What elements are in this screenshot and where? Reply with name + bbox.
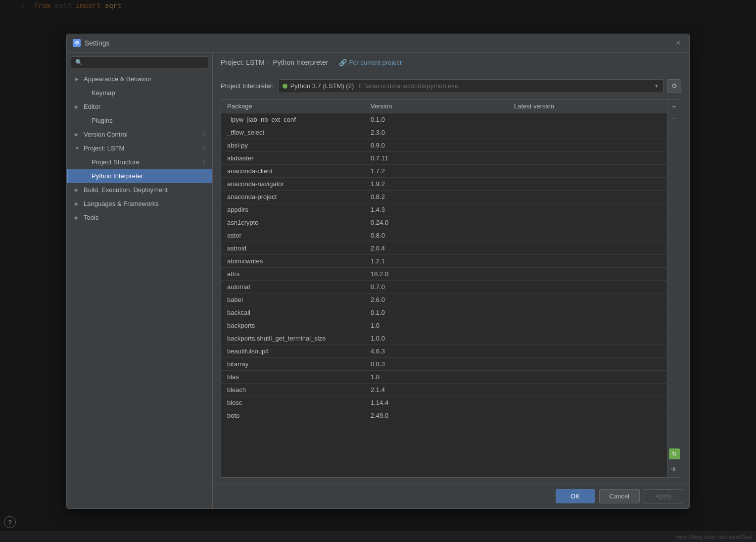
table-row[interactable]: anaconda-navigator 1.9.2 <box>221 178 681 191</box>
table-row[interactable]: babel 2.6.0 <box>221 294 681 306</box>
table-row[interactable]: attrs 18.2.0 <box>221 268 681 281</box>
interpreter-select-dropdown[interactable]: Python 3.7 (LSTM) (2) E:\anaconda\anacon… <box>278 79 663 93</box>
package-version-cell: 4.6.3 <box>365 345 508 357</box>
table-header: Package Version Latest version <box>221 99 681 113</box>
arrow-icon: ▶ <box>75 201 83 206</box>
sidebar-item-project-structure[interactable]: Project Structure ⎘ <box>67 155 212 169</box>
package-latest-cell <box>508 345 681 357</box>
table-row[interactable]: automat 0.7.0 <box>221 281 681 294</box>
package-latest-cell <box>508 178 681 190</box>
table-row[interactable]: atomicwrites 1.2.1 <box>221 255 681 268</box>
table-row[interactable]: absl-py 0.9.0 <box>221 139 681 152</box>
sidebar-item-languages[interactable]: ▶ Languages & Frameworks <box>67 197 212 211</box>
arrow-icon: ▼ <box>75 146 83 151</box>
package-latest-cell <box>508 139 681 151</box>
table-row[interactable]: _tflow_select 2.3.0 <box>221 126 681 139</box>
interpreter-settings-button[interactable]: ⚙ <box>667 79 681 93</box>
package-version-cell: 18.2.0 <box>365 268 508 280</box>
table-row[interactable]: beautifulsoup4 4.6.3 <box>221 345 681 358</box>
add-package-button[interactable]: + <box>669 101 680 112</box>
breadcrumb-project: Project: LSTM <box>221 58 265 66</box>
package-table-body[interactable]: _ipyw_jlab_nb_ext_conf 0.1.0 _tflow_sele… <box>221 113 681 477</box>
main-content: Project: LSTM › Python Interpreter 🔗 For… <box>213 52 689 508</box>
arrow-icon: ▶ <box>75 187 83 193</box>
sidebar-item-python-interpreter[interactable]: Python Interpreter ⎘ <box>67 169 212 183</box>
package-version-cell: 1.14.4 <box>365 396 508 409</box>
settings-sidebar: ▶ Appearance & Behavior Keymap ▶ Editor <box>67 52 213 508</box>
show-early-releases-button[interactable]: 👁 <box>669 464 680 475</box>
table-row[interactable]: bleach 2.1.4 <box>221 384 681 396</box>
table-actions: + − ↻ 👁 <box>667 99 681 477</box>
dialog-overlay: ⚙ Settings × ▶ Appearance & Behavior <box>0 0 756 542</box>
close-button[interactable]: × <box>673 38 683 48</box>
for-current-project-link[interactable]: 🔗 For current project <box>339 59 401 66</box>
table-row[interactable]: backports 1.0 <box>221 319 681 332</box>
package-version-cell: 1.0 <box>365 371 508 383</box>
dialog-body: ▶ Appearance & Behavior Keymap ▶ Editor <box>67 52 689 508</box>
sidebar-item-project-lstm[interactable]: ▼ Project: LSTM ⎘ <box>67 142 212 155</box>
sidebar-item-plugins[interactable]: Plugins <box>67 114 212 128</box>
arrow-spacer <box>83 118 91 123</box>
breadcrumb-current: Python Interpreter <box>273 58 328 66</box>
table-row[interactable]: blas 1.0 <box>221 371 681 384</box>
package-version-cell: 0.8.2 <box>365 191 508 203</box>
package-latest-cell <box>508 113 681 126</box>
package-version-cell: 0.24.0 <box>365 216 508 229</box>
table-row[interactable]: astroid 2.0.4 <box>221 242 681 255</box>
sidebar-item-label: Languages & Frameworks <box>84 200 159 207</box>
arrow-spacer <box>83 90 91 96</box>
sidebar-search-input[interactable] <box>71 56 208 68</box>
package-version-cell: 1.0 <box>365 319 508 332</box>
package-version-cell: 1.2.1 <box>365 255 508 267</box>
table-row[interactable]: alabaster 0.7.11 <box>221 152 681 165</box>
table-row[interactable]: blosc 1.14.4 <box>221 396 681 409</box>
table-row[interactable]: bitarray 0.8.3 <box>221 358 681 371</box>
sidebar-item-keymap[interactable]: Keymap <box>67 86 212 100</box>
table-row[interactable]: boto 2.49.0 <box>221 409 681 422</box>
table-row[interactable]: appdirs 1.4.3 <box>221 203 681 216</box>
package-name-cell: babel <box>221 294 365 306</box>
package-latest-cell <box>508 216 681 229</box>
package-latest-cell <box>508 268 681 280</box>
package-latest-cell <box>508 203 681 216</box>
package-name-cell: beautifulsoup4 <box>221 345 365 357</box>
table-row[interactable]: _ipyw_jlab_nb_ext_conf 0.1.0 <box>221 113 681 126</box>
package-name-cell: attrs <box>221 268 365 280</box>
sidebar-item-label: Plugins <box>92 117 113 124</box>
package-version-cell: 0.7.11 <box>365 152 508 164</box>
col-header-latest: Latest version <box>508 99 681 113</box>
package-name-cell: asn1crypto <box>221 216 365 229</box>
dialog-title-left: ⚙ Settings <box>73 39 110 47</box>
table-row[interactable]: asn1crypto 0.24.0 <box>221 216 681 229</box>
apply-button[interactable]: Apply <box>644 489 683 503</box>
refresh-packages-button[interactable]: ↻ <box>669 448 680 459</box>
table-row[interactable]: backcall 0.1.0 <box>221 306 681 319</box>
sidebar-item-build-execution[interactable]: ▶ Build, Execution, Deployment <box>67 183 212 197</box>
dropdown-arrow-icon: ▼ <box>654 83 659 89</box>
package-version-cell: 2.1.4 <box>365 384 508 396</box>
package-latest-cell <box>508 294 681 306</box>
ok-button[interactable]: OK <box>556 489 595 503</box>
table-row[interactable]: anaconda-client 1.7.2 <box>221 165 681 178</box>
sidebar-item-appearance[interactable]: ▶ Appearance & Behavior <box>67 72 212 86</box>
package-name-cell: backports.shutil_get_terminal_size <box>221 332 365 345</box>
sidebar-item-editor[interactable]: ▶ Editor <box>67 100 212 114</box>
help-button[interactable]: ? <box>4 516 16 528</box>
remove-package-button[interactable]: − <box>669 113 680 124</box>
table-row[interactable]: anaconda-project 0.8.2 <box>221 191 681 203</box>
package-name-cell: astroid <box>221 242 365 254</box>
sidebar-item-version-control[interactable]: ▶ Version Control ⎘ <box>67 128 212 142</box>
package-latest-cell <box>508 371 681 383</box>
package-latest-cell <box>508 332 681 345</box>
cancel-button[interactable]: Cancel <box>599 489 640 503</box>
table-row[interactable]: astor 0.8.0 <box>221 229 681 242</box>
sidebar-item-tools[interactable]: ▶ Tools <box>67 211 212 225</box>
arrow-spacer <box>83 173 91 179</box>
table-row[interactable]: backports.shutil_get_terminal_size 1.0.0 <box>221 332 681 345</box>
package-latest-cell <box>508 191 681 203</box>
package-name-cell: astor <box>221 229 365 242</box>
arrow-spacer <box>83 159 91 165</box>
package-name-cell: _ipyw_jlab_nb_ext_conf <box>221 113 365 126</box>
sidebar-item-label: Version Control <box>84 131 128 138</box>
settings-dialog: ⚙ Settings × ▶ Appearance & Behavior <box>66 34 690 509</box>
